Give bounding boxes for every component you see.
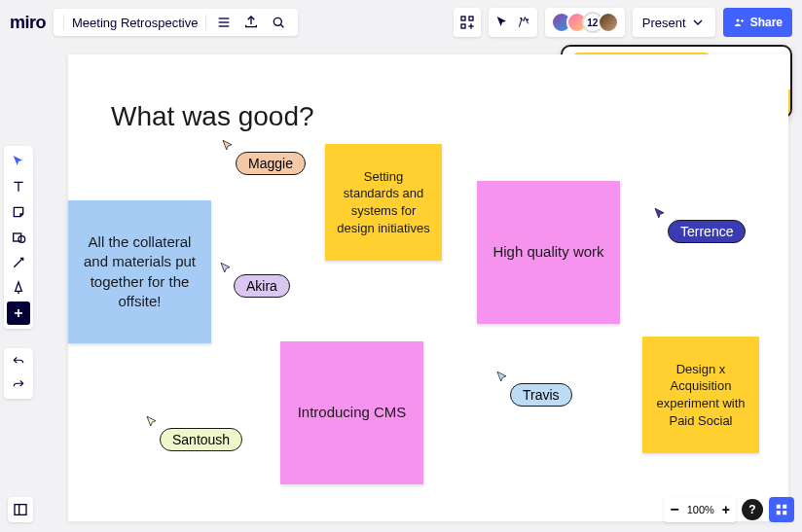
svg-line-4 bbox=[281, 24, 284, 27]
pen-tool[interactable] bbox=[7, 276, 30, 300]
user-cursor-travis: Travis bbox=[494, 370, 572, 407]
zoom-out-button[interactable]: − bbox=[670, 501, 678, 518]
sticky-note[interactable]: All the collateral and materials put tog… bbox=[68, 200, 211, 343]
svg-point-12 bbox=[736, 19, 739, 22]
svg-rect-27 bbox=[777, 511, 781, 514]
top-right-controls: 12 Present Share bbox=[454, 8, 792, 37]
add-tool[interactable] bbox=[7, 301, 30, 325]
undo-redo-box bbox=[4, 348, 33, 399]
cursor-label: Santoush bbox=[160, 428, 242, 451]
avatar-stack: 12 bbox=[551, 12, 619, 33]
cursor-label: Terrence bbox=[668, 220, 746, 243]
zoom-control[interactable]: − 100% + bbox=[664, 497, 736, 522]
left-toolbar bbox=[4, 146, 33, 329]
svg-rect-25 bbox=[777, 505, 781, 509]
sticky-note[interactable]: High quality work bbox=[477, 181, 620, 324]
sticky-note[interactable]: Setting standards and systems for design… bbox=[325, 144, 442, 261]
bottom-right-controls: − 100% + ? bbox=[664, 497, 794, 522]
panel-toggle[interactable] bbox=[8, 497, 33, 522]
chevron-down-icon bbox=[690, 15, 706, 30]
cursor-label: Akira bbox=[234, 274, 290, 298]
cursor-icon bbox=[652, 206, 670, 224]
sticky-tool[interactable] bbox=[7, 200, 30, 224]
shape-tool[interactable] bbox=[7, 226, 30, 249]
svg-rect-26 bbox=[783, 505, 786, 509]
svg-rect-23 bbox=[15, 505, 26, 515]
undo-button[interactable] bbox=[7, 352, 30, 372]
cursor-icon bbox=[220, 138, 237, 156]
cursor-label: Maggie bbox=[236, 152, 306, 175]
sticky-note[interactable]: Introducing CMS bbox=[280, 341, 423, 484]
menu-icon[interactable] bbox=[214, 15, 234, 30]
svg-rect-5 bbox=[461, 17, 465, 20]
user-cursor-maggie: Maggie bbox=[220, 138, 306, 175]
person-plus-icon bbox=[733, 17, 745, 28]
minimap-button[interactable] bbox=[769, 497, 794, 522]
sticky-note[interactable]: Design x Acquisition experiment with Pai… bbox=[642, 337, 759, 453]
board-canvas[interactable]: What was good? All the collateral and ma… bbox=[68, 54, 788, 521]
cursor-icon bbox=[494, 370, 512, 387]
svg-point-11 bbox=[527, 19, 528, 20]
search-icon[interactable] bbox=[269, 15, 288, 30]
svg-point-3 bbox=[274, 18, 282, 25]
share-button[interactable]: Share bbox=[723, 8, 792, 37]
svg-point-10 bbox=[520, 18, 521, 18]
present-button[interactable]: Present bbox=[633, 8, 715, 37]
divider bbox=[63, 15, 64, 30]
zoom-level: 100% bbox=[687, 504, 714, 515]
select-tool[interactable] bbox=[7, 150, 30, 173]
user-cursor-terrence: Terrence bbox=[652, 206, 746, 243]
svg-rect-28 bbox=[783, 511, 786, 514]
present-label: Present bbox=[642, 16, 686, 30]
user-cursor-santoush: Santoush bbox=[144, 414, 242, 451]
svg-rect-6 bbox=[469, 17, 473, 20]
text-tool[interactable] bbox=[7, 175, 30, 198]
apps-button[interactable] bbox=[454, 8, 481, 37]
user-cursor-akira: Akira bbox=[218, 261, 290, 298]
cursor-label: Travis bbox=[510, 383, 572, 407]
line-tool[interactable] bbox=[7, 251, 30, 274]
zoom-in-button[interactable]: + bbox=[722, 502, 730, 517]
help-button[interactable]: ? bbox=[742, 499, 763, 520]
cursor-icon bbox=[218, 261, 236, 278]
cursor-icon bbox=[144, 414, 162, 432]
collaborators[interactable]: 12 bbox=[545, 8, 625, 37]
redo-button[interactable] bbox=[7, 375, 30, 395]
board-title-box[interactable]: Meeting Retrospective bbox=[54, 9, 298, 36]
top-bar: miro Meeting Retrospective 12 bbox=[0, 0, 802, 45]
logo: miro bbox=[10, 13, 46, 33]
share-label: Share bbox=[750, 16, 783, 29]
board-title: Meeting Retrospective bbox=[72, 16, 198, 30]
svg-rect-7 bbox=[461, 24, 465, 28]
cursor-tools[interactable] bbox=[489, 8, 537, 37]
avatar bbox=[598, 12, 619, 33]
export-icon[interactable] bbox=[241, 15, 261, 30]
divider bbox=[205, 15, 206, 30]
section-heading: What was good? bbox=[111, 101, 314, 132]
